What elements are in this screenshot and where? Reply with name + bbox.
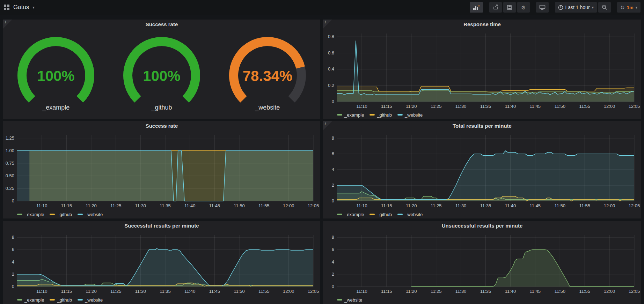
gauge-value: 100% bbox=[143, 68, 180, 84]
svg-text:12:05: 12:05 bbox=[308, 203, 319, 208]
time-range-label: Last 1 hour bbox=[565, 5, 590, 10]
legend-item-_website[interactable]: _website bbox=[78, 212, 103, 217]
svg-text:11:50: 11:50 bbox=[554, 289, 565, 294]
legend-item-_example[interactable]: _example bbox=[17, 212, 44, 217]
svg-text:11:45: 11:45 bbox=[209, 289, 220, 294]
panel-success-rate-gauges: i Success rate 100%_example100%_github78… bbox=[3, 20, 320, 119]
dashboard-caret-icon[interactable]: ▾ bbox=[32, 6, 35, 9]
svg-text:11:45: 11:45 bbox=[530, 203, 541, 208]
panel-title[interactable]: Response time bbox=[323, 20, 641, 29]
refresh-caret-icon: ▾ bbox=[635, 6, 637, 9]
svg-text:2: 2 bbox=[12, 272, 14, 277]
legend-label: _website bbox=[85, 212, 103, 217]
svg-text:11:30: 11:30 bbox=[135, 289, 146, 294]
legend-swatch bbox=[369, 214, 375, 215]
panel-title[interactable]: Successful results per minute bbox=[3, 221, 320, 231]
svg-text:12:00: 12:00 bbox=[283, 203, 294, 208]
settings-button[interactable]: ⚙ bbox=[517, 2, 530, 13]
svg-text:11:40: 11:40 bbox=[184, 203, 196, 208]
legend: _example_github_website bbox=[3, 210, 320, 218]
svg-text:11:55: 11:55 bbox=[579, 289, 590, 294]
panel-info-icon[interactable]: i bbox=[323, 20, 332, 29]
panel-successful-results: Successful results per minute 11:1011:15… bbox=[3, 221, 320, 304]
svg-text:11:20: 11:20 bbox=[406, 289, 417, 294]
panel-unsuccessful-results: Unsuccessful results per minute 11:1011:… bbox=[323, 221, 641, 304]
svg-text:11:30: 11:30 bbox=[455, 203, 467, 208]
legend-label: _github bbox=[377, 212, 392, 217]
svg-text:2: 2 bbox=[332, 272, 334, 277]
svg-text:11:10: 11:10 bbox=[356, 203, 367, 208]
refresh-picker[interactable]: ↻ 1m ▾ bbox=[617, 2, 641, 13]
panel-success-rate-graph: Success rate 11:1011:1511:2011:2511:3011… bbox=[3, 121, 320, 218]
svg-text:11:40: 11:40 bbox=[505, 203, 516, 208]
svg-text:12:05: 12:05 bbox=[629, 203, 640, 208]
tv-mode-button[interactable] bbox=[536, 2, 549, 13]
legend-item-_website[interactable]: _website bbox=[397, 212, 423, 217]
panel-info-icon[interactable]: i bbox=[3, 20, 12, 29]
legend-item-_website[interactable]: _website bbox=[397, 112, 423, 118]
panel-title[interactable]: Success rate bbox=[3, 20, 320, 29]
legend-swatch bbox=[17, 214, 22, 215]
svg-text:11:35: 11:35 bbox=[160, 203, 171, 208]
svg-text:0.2: 0.2 bbox=[328, 83, 334, 88]
legend-item-_github[interactable]: _github bbox=[50, 297, 72, 303]
legend-swatch bbox=[337, 114, 342, 116]
save-button[interactable] bbox=[503, 2, 516, 13]
svg-text:8: 8 bbox=[332, 235, 334, 240]
share-icon bbox=[493, 5, 498, 10]
svg-text:0: 0 bbox=[332, 284, 334, 289]
svg-text:11:50: 11:50 bbox=[234, 203, 245, 208]
svg-text:0: 0 bbox=[12, 284, 14, 289]
unsuccessful-results-chart[interactable]: 11:1011:1511:2011:2511:3011:3511:4011:45… bbox=[323, 231, 641, 296]
successful-results-chart[interactable]: 11:1011:1511:2011:2511:3011:3511:4011:45… bbox=[3, 231, 320, 296]
legend-label: _example bbox=[344, 212, 364, 217]
time-range-picker[interactable]: Last 1 hour ▾ bbox=[555, 2, 597, 13]
legend-swatch bbox=[397, 214, 403, 215]
svg-text:6: 6 bbox=[12, 247, 14, 252]
legend-label: _website bbox=[405, 112, 423, 118]
legend: _example_github_website bbox=[323, 111, 641, 119]
response-time-chart[interactable]: 11:1011:1511:2011:2511:3011:3511:4011:45… bbox=[323, 29, 641, 111]
legend-item-_github[interactable]: _github bbox=[369, 112, 392, 118]
tv-mode-icon bbox=[539, 5, 546, 10]
legend-item-_example[interactable]: _example bbox=[337, 212, 364, 217]
svg-text:0.50: 0.50 bbox=[6, 173, 14, 178]
svg-text:11:10: 11:10 bbox=[356, 289, 367, 294]
add-panel-button[interactable] bbox=[470, 2, 483, 13]
legend-item-_example[interactable]: _example bbox=[17, 297, 44, 303]
panel-info-icon[interactable]: i bbox=[323, 121, 332, 130]
share-button[interactable] bbox=[489, 2, 502, 13]
svg-text:11:15: 11:15 bbox=[381, 203, 392, 208]
svg-text:0.6: 0.6 bbox=[328, 50, 334, 55]
apps-grid-icon[interactable] bbox=[3, 4, 10, 10]
gauge-label: _website bbox=[255, 104, 280, 111]
total-results-chart[interactable]: 11:1011:1511:2011:2511:3011:3511:4011:45… bbox=[323, 131, 641, 210]
gauge-row: 100%_example100%_github78.34%_website bbox=[3, 29, 320, 119]
legend-item-_website[interactable]: _website bbox=[78, 297, 103, 303]
panel-title[interactable]: Total results per minute bbox=[323, 121, 641, 131]
gauge-value: 78.34% bbox=[242, 68, 292, 84]
svg-text:0.8: 0.8 bbox=[328, 34, 334, 39]
legend-item-_github[interactable]: _github bbox=[369, 212, 392, 217]
svg-text:11:35: 11:35 bbox=[480, 289, 491, 294]
legend-item-_github[interactable]: _github bbox=[50, 212, 72, 217]
legend-label: _website bbox=[344, 297, 362, 303]
gauge-_example: 100%_example bbox=[3, 29, 109, 119]
legend-item-_example[interactable]: _example bbox=[337, 112, 364, 118]
success-rate-chart[interactable]: 11:1011:1511:2011:2511:3011:3511:4011:45… bbox=[3, 131, 320, 210]
svg-text:11:40: 11:40 bbox=[505, 289, 516, 294]
svg-text:11:20: 11:20 bbox=[86, 203, 97, 208]
svg-text:12:00: 12:00 bbox=[283, 289, 294, 294]
legend-label: _example bbox=[24, 212, 44, 217]
svg-text:11:10: 11:10 bbox=[356, 104, 367, 109]
panel-title[interactable]: Success rate bbox=[3, 121, 320, 131]
svg-text:8: 8 bbox=[12, 235, 14, 240]
zoom-out-button[interactable] bbox=[598, 2, 611, 13]
svg-text:4: 4 bbox=[12, 259, 14, 265]
dashboard-title[interactable]: Gatus bbox=[13, 4, 29, 11]
refresh-icon: ↻ bbox=[620, 5, 625, 10]
svg-text:11:25: 11:25 bbox=[431, 289, 442, 294]
svg-text:4: 4 bbox=[332, 259, 334, 265]
legend-item-_website[interactable]: _website bbox=[337, 297, 362, 303]
panel-title[interactable]: Unsuccessful results per minute bbox=[323, 221, 641, 231]
